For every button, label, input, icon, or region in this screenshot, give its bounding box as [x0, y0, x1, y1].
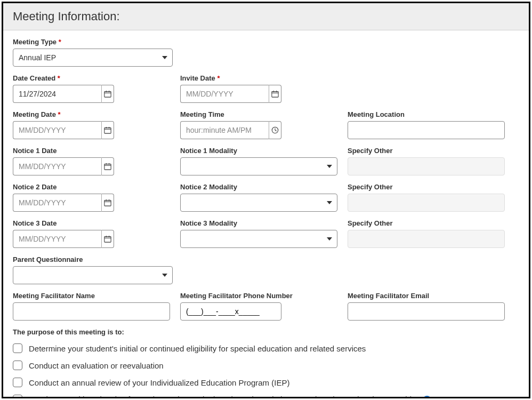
notice1-date-label: Notice 1 Date	[13, 147, 180, 155]
purpose-checkbox-3[interactable]	[13, 395, 22, 398]
purpose-checkbox-1[interactable]	[13, 361, 22, 370]
invite-date-label: Invite Date *	[180, 74, 348, 82]
specify-other1-input	[348, 157, 505, 175]
meeting-date-label: Meeting Date *	[13, 110, 180, 118]
meeting-date-input[interactable]	[13, 121, 101, 139]
meeting-location-input[interactable]	[348, 121, 505, 139]
calendar-icon[interactable]	[101, 85, 114, 103]
facilitator-email-input[interactable]	[348, 302, 505, 321]
parent-questionnaire-select[interactable]	[13, 266, 173, 284]
svg-rect-4	[272, 92, 278, 98]
facilitator-phone-label: Meeting Facilitator Phone Number	[180, 292, 348, 300]
calendar-icon[interactable]	[101, 121, 114, 139]
svg-line-14	[275, 130, 277, 131]
notice3-date-label: Notice 3 Date	[13, 219, 180, 227]
page-title: Meeting Information:	[3, 3, 529, 30]
meeting-type-label: Meeting Type *	[13, 38, 180, 46]
facilitator-email-label: Meeting Facilitator Email	[348, 292, 515, 300]
facilitator-phone-input[interactable]	[180, 302, 281, 321]
parent-questionnaire-label: Parent Questionnaire	[13, 255, 180, 263]
notice2-date-input[interactable]	[13, 194, 101, 212]
notice2-date-label: Notice 2 Date	[13, 183, 180, 191]
calendar-icon[interactable]	[101, 194, 114, 212]
specify-other3-label: Specify Other	[348, 219, 515, 227]
purpose-label-1: Conduct an evaluation or reevaluation	[29, 361, 164, 370]
purpose-checkbox-2[interactable]	[13, 378, 22, 387]
svg-rect-8	[104, 128, 111, 134]
date-created-label: Date Created *	[13, 74, 180, 82]
notice1-modality-select[interactable]	[180, 157, 337, 175]
svg-rect-23	[104, 237, 111, 243]
purpose-label-0: Determine your student's initial or cont…	[29, 344, 366, 353]
notice1-modality-label: Notice 1 Modality	[180, 147, 348, 155]
facilitator-name-label: Meeting Facilitator Name	[13, 292, 180, 300]
invite-date-input[interactable]	[180, 85, 269, 103]
notice1-date-input[interactable]	[13, 157, 101, 175]
meeting-time-input[interactable]	[180, 121, 269, 139]
notice2-modality-select[interactable]	[180, 194, 337, 212]
calendar-icon[interactable]	[101, 230, 114, 248]
specify-other3-input	[348, 230, 505, 248]
svg-rect-19	[104, 201, 111, 206]
specify-other2-label: Specify Other	[348, 183, 515, 191]
clock-icon[interactable]	[269, 121, 281, 139]
facilitator-name-input[interactable]	[13, 302, 170, 321]
purpose-label-3: Conduct transition planning for students…	[29, 395, 431, 398]
specify-other2-input	[348, 194, 505, 212]
calendar-icon[interactable]	[101, 157, 114, 175]
meeting-type-select[interactable]: Annual IEP	[13, 49, 173, 67]
meeting-location-label: Meeting Location	[348, 110, 515, 118]
purpose-heading: The purpose of this meeting is to:	[13, 328, 519, 336]
svg-rect-0	[104, 92, 111, 98]
purpose-checkbox-0[interactable]	[13, 343, 22, 353]
notice3-modality-select[interactable]	[180, 230, 337, 248]
notice2-modality-label: Notice 2 Modality	[180, 183, 348, 191]
calendar-icon[interactable]	[269, 85, 281, 103]
specify-other1-label: Specify Other	[348, 147, 515, 155]
notice3-modality-label: Notice 3 Modality	[180, 219, 348, 227]
svg-rect-15	[104, 164, 111, 170]
meeting-time-label: Meeting Time	[180, 110, 348, 118]
notice3-date-input[interactable]	[13, 230, 101, 248]
info-icon[interactable]: i	[423, 396, 431, 398]
date-created-input[interactable]	[13, 85, 101, 103]
purpose-label-2: Conduct an annual review of your Individ…	[29, 378, 289, 387]
